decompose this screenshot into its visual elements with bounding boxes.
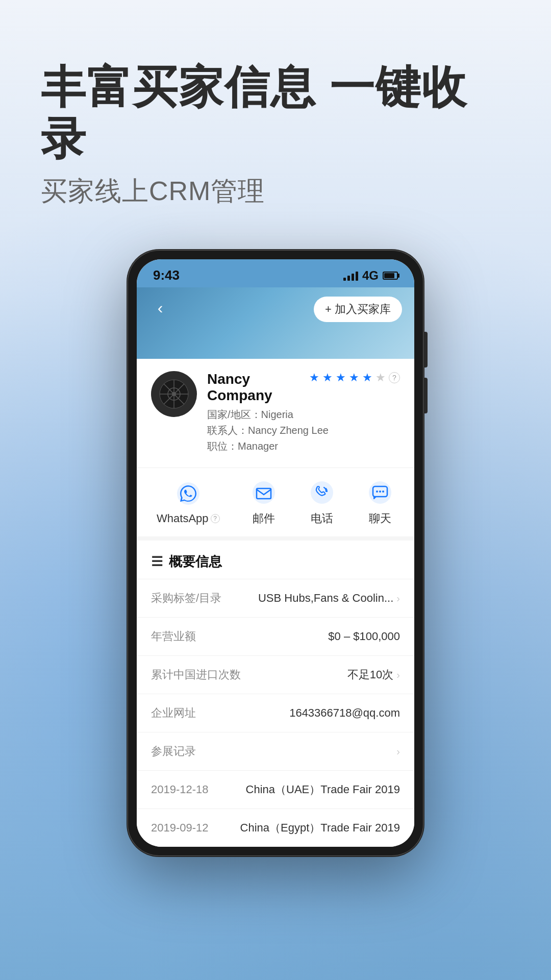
svg-point-6	[172, 392, 176, 396]
headline-main: 丰富买家信息 一键收录	[41, 61, 510, 164]
table-row: 年营业额 $0 – $100,000	[137, 617, 414, 655]
phone-frame: 9:43 4G	[128, 250, 423, 856]
star-1: ★	[309, 371, 319, 384]
row-value: 1643366718@qq.com	[289, 706, 400, 720]
chat-label: 聊天	[369, 511, 391, 526]
phone-screen: 9:43 4G	[137, 259, 414, 847]
company-country: 国家/地区：Nigeria	[207, 408, 400, 422]
chat-action[interactable]: 聊天	[366, 478, 394, 526]
table-row: 2019-09-12 China（Egypt）Trade Fair 2019	[137, 808, 414, 847]
row-value: USB Hubs,Fans & Coolin... ›	[258, 592, 400, 605]
svg-point-13	[376, 491, 378, 493]
stars-area: ★ ★ ★ ★ ★ ★ ?	[309, 371, 400, 384]
row-label: 2019-12-18	[151, 783, 246, 796]
phone-call-icon	[308, 478, 336, 507]
chevron-icon: ›	[396, 593, 400, 604]
row-label: 企业网址	[151, 705, 289, 721]
row-value: China（UAE）Trade Fair 2019	[246, 782, 400, 797]
email-label: 邮件	[253, 511, 275, 526]
email-icon	[249, 478, 278, 507]
email-action[interactable]: 邮件	[249, 478, 278, 526]
star-2: ★	[322, 371, 333, 384]
info-section: ☰ 概要信息 采购标签/目录 USB Hubs,Fans & Coolin...…	[137, 541, 414, 847]
table-row: 2019-12-18 China（UAE）Trade Fair 2019	[137, 770, 414, 808]
svg-point-15	[382, 491, 384, 493]
chevron-icon: ›	[396, 746, 400, 757]
phone-mockup: 9:43 4G	[128, 250, 423, 856]
svg-point-8	[253, 481, 275, 504]
svg-point-14	[379, 491, 381, 493]
section-title: 概要信息	[169, 553, 222, 571]
star-3: ★	[336, 371, 346, 384]
company-info: Nancy Company ★ ★ ★ ★ ★ ★ ?	[207, 371, 400, 455]
star-5: ★	[362, 371, 372, 384]
phone-action[interactable]: 电话	[308, 478, 336, 526]
chat-icon	[366, 478, 394, 507]
status-bar: 9:43 4G	[137, 259, 414, 287]
row-label: 采购标签/目录	[151, 591, 258, 606]
company-name: Nancy Company	[207, 371, 309, 404]
row-label: 累计中国进口次数	[151, 667, 347, 682]
row-label: 年营业额	[151, 629, 328, 644]
table-row: 参展记录 ›	[137, 732, 414, 770]
table-row: 采购标签/目录 USB Hubs,Fans & Coolin... ›	[137, 579, 414, 617]
headline-sub: 买家线上CRM管理	[41, 174, 510, 209]
signal-icon	[343, 271, 358, 281]
list-icon: ☰	[151, 554, 163, 570]
company-avatar	[151, 371, 197, 417]
table-row: 累计中国进口次数 不足10次 ›	[137, 655, 414, 694]
row-value: 不足10次 ›	[347, 667, 400, 682]
phone-label: 电话	[311, 511, 333, 526]
page-content: 丰富买家信息 一键收录 买家线上CRM管理 9:43 4G	[0, 0, 551, 856]
company-title: 职位：Manager	[207, 439, 400, 453]
avatar-pattern-icon	[159, 379, 189, 409]
whatsapp-label-wrap: WhatsApp ?	[157, 512, 220, 525]
row-label: 参展记录	[151, 744, 396, 759]
row-value: China（Egypt）Trade Fair 2019	[240, 820, 400, 836]
rating-help-icon[interactable]: ?	[389, 372, 400, 383]
row-value: $0 – $100,000	[328, 630, 400, 643]
back-button[interactable]: ‹	[149, 297, 171, 319]
row-value: ›	[396, 746, 400, 757]
battery-icon	[383, 272, 398, 280]
status-time: 9:43	[153, 267, 180, 283]
company-card: Nancy Company ★ ★ ★ ★ ★ ★ ?	[137, 359, 414, 468]
section-header: ☰ 概要信息	[137, 541, 414, 579]
header-photo: ‹ + 加入买家库	[137, 287, 414, 359]
add-buyer-button[interactable]: + 加入买家库	[314, 297, 402, 322]
company-contact: 联系人：Nancy Zheng Lee	[207, 424, 400, 437]
network-type: 4G	[362, 268, 379, 283]
status-right: 4G	[343, 268, 398, 283]
whatsapp-label: WhatsApp	[157, 512, 209, 525]
chevron-icon: ›	[396, 669, 400, 681]
action-row: WhatsApp ? 邮件	[137, 468, 414, 541]
whatsapp-help-icon[interactable]: ?	[211, 514, 220, 523]
whatsapp-icon	[174, 479, 203, 508]
star-4: ★	[349, 371, 359, 384]
table-row: 企业网址 1643366718@qq.com	[137, 694, 414, 732]
headline-section: 丰富买家信息 一键收录 买家线上CRM管理	[0, 61, 551, 209]
star-empty: ★	[375, 371, 386, 384]
row-label: 2019-09-12	[151, 821, 240, 835]
whatsapp-action[interactable]: WhatsApp ?	[157, 479, 220, 525]
